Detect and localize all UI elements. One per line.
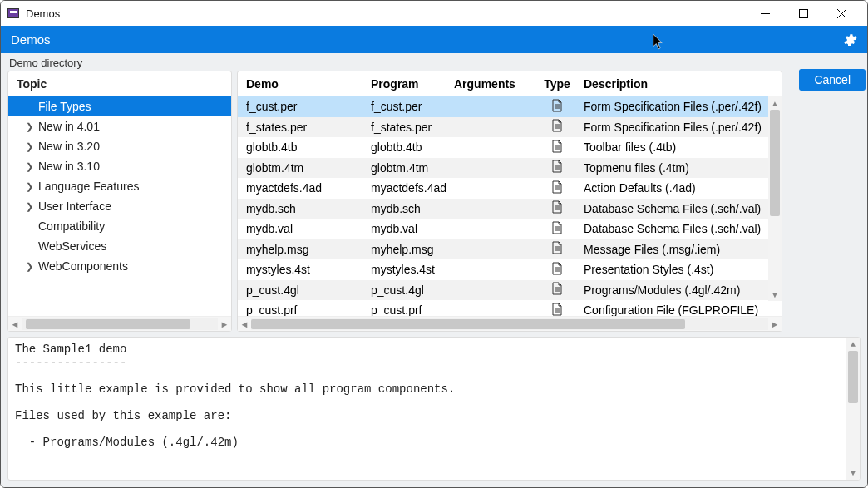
topic-item[interactable]: ❯WebServices: [8, 236, 231, 256]
topic-panel: Topic ❯File Types❯New in 4.01❯New in 3.2…: [7, 71, 232, 332]
document-icon: [551, 160, 563, 173]
cell-demo: f_states.per: [243, 121, 367, 134]
chevron-right-icon: ❯: [23, 261, 35, 272]
cell-program: mystyles.4st: [367, 263, 451, 276]
document-icon: [551, 99, 563, 112]
topic-item[interactable]: ❯WebComponents: [8, 256, 231, 276]
scroll-up-icon[interactable]: ▲: [768, 96, 782, 110]
document-icon: [551, 140, 563, 153]
cell-type: [534, 303, 580, 316]
topic-item-label: File Types: [38, 100, 91, 113]
topic-item[interactable]: ❯File Types: [8, 96, 231, 116]
table-hscrollbar[interactable]: ◄ ►: [238, 316, 782, 331]
cell-program: globtb.4tb: [367, 140, 451, 154]
maximize-button[interactable]: [784, 1, 822, 26]
topic-item-label: Compatibility: [38, 219, 105, 233]
table-row[interactable]: mydb.schmydb.schDatabase Schema Files (.…: [238, 199, 782, 219]
chevron-right-icon: ❯: [23, 181, 35, 192]
cell-description: Programs/Modules (.4gl/.42m): [580, 283, 782, 297]
scroll-right-icon[interactable]: ►: [218, 319, 231, 329]
scroll-down-icon[interactable]: ▼: [768, 288, 782, 301]
document-icon: [551, 180, 563, 194]
cell-demo: mydb.sch: [243, 202, 367, 215]
table-row[interactable]: globtm.4tmglobtm.4tmTopmenu files (.4tm): [238, 158, 782, 179]
table-row[interactable]: mystyles.4stmystyles.4stPresentation Sty…: [238, 259, 782, 280]
cell-type: [534, 262, 580, 278]
description-textarea[interactable]: The Sample1 demo ---------------- This l…: [7, 337, 861, 481]
cell-description: Database Schema Files (.sch/.val): [580, 222, 782, 235]
table-row[interactable]: f_cust.perf_cust.perForm Specification F…: [238, 96, 782, 117]
app-header: Demos: [1, 26, 867, 53]
cell-description: Message Files (.msg/.iem): [580, 243, 782, 256]
topic-header: Topic: [8, 71, 231, 96]
topic-item[interactable]: ❯New in 3.10: [8, 156, 231, 176]
cell-description: Presentation Styles (.4st): [580, 263, 782, 276]
topic-item-label: New in 3.10: [38, 160, 100, 173]
table-body[interactable]: f_cust.perf_cust.perForm Specification F…: [238, 96, 782, 316]
document-icon: [551, 262, 563, 275]
th-program[interactable]: Program: [367, 77, 451, 91]
cell-demo: p_cust.4gl: [243, 283, 367, 297]
topic-hscroll-thumb[interactable]: [26, 319, 190, 329]
scroll-left-icon[interactable]: ◄: [8, 319, 22, 329]
cell-type: [534, 180, 580, 196]
cell-type: [534, 200, 580, 216]
table-row[interactable]: mydb.valmydb.valDatabase Schema Files (.…: [238, 219, 782, 239]
scroll-down-icon[interactable]: ▼: [846, 466, 860, 480]
cell-program: f_cust.per: [367, 100, 451, 113]
app-header-title: Demos: [11, 32, 51, 47]
cancel-button[interactable]: Cancel: [799, 69, 866, 91]
chevron-right-icon: ❯: [23, 141, 35, 152]
text-vscroll-thumb[interactable]: [848, 351, 858, 403]
text-vscrollbar[interactable]: ▲▼: [846, 338, 860, 480]
topic-item[interactable]: ❯Language Features: [8, 176, 231, 196]
chevron-right-icon: ❯: [23, 121, 35, 132]
scroll-up-icon[interactable]: ▲: [846, 338, 860, 351]
topic-item-label: New in 3.20: [38, 140, 100, 153]
table-row[interactable]: p_cust.4glp_cust.4glPrograms/Modules (.4…: [238, 280, 782, 301]
minimize-button[interactable]: [746, 1, 784, 26]
th-arguments[interactable]: Arguments: [451, 77, 534, 91]
topic-item-label: WebComponents: [38, 259, 128, 273]
th-description[interactable]: Description: [580, 77, 782, 91]
cell-demo: p_cust.prf: [243, 303, 367, 316]
chevron-right-icon: ❯: [23, 161, 35, 172]
topic-hscrollbar[interactable]: ◄ ►: [8, 316, 231, 331]
table-row[interactable]: myactdefs.4admyactdefs.4adAction Default…: [238, 178, 782, 199]
topic-item[interactable]: ❯New in 3.20: [8, 136, 231, 156]
cell-type: [534, 119, 580, 135]
topic-tree[interactable]: ❯File Types❯New in 4.01❯New in 3.20❯New …: [8, 96, 231, 316]
cell-program: p_cust.prf: [367, 303, 451, 316]
table-hscroll-thumb[interactable]: [251, 319, 685, 329]
close-button[interactable]: [822, 1, 861, 26]
table-row[interactable]: globtb.4tbglobtb.4tbToolbar files (.4tb): [238, 137, 782, 158]
svg-rect-1: [799, 9, 807, 17]
chevron-right-icon: ❯: [23, 201, 35, 212]
cell-description: Toolbar files (.4tb): [580, 140, 782, 154]
th-demo[interactable]: Demo: [243, 77, 367, 91]
topic-item-label: Language Features: [38, 180, 139, 193]
scroll-right-icon[interactable]: ►: [768, 319, 782, 329]
cell-description: Action Defaults (.4ad): [580, 181, 782, 195]
cell-program: globtm.4tm: [367, 161, 451, 175]
table-row[interactable]: f_states.perf_states.perForm Specificati…: [238, 117, 782, 138]
document-icon: [551, 119, 563, 132]
table-row[interactable]: p_cust.prfp_cust.prfConfiguration File (…: [238, 300, 782, 316]
table-row[interactable]: myhelp.msgmyhelp.msgMessage Files (.msg/…: [238, 239, 782, 260]
cell-demo: globtb.4tb: [243, 140, 367, 154]
table-header-row: Demo Program Arguments Type Description: [238, 71, 782, 96]
cell-demo: mydb.val: [243, 222, 367, 235]
cell-description: Configuration File (FGLPROFILE): [580, 303, 782, 316]
cell-type: [534, 241, 580, 257]
gear-icon[interactable]: [842, 32, 857, 47]
th-type[interactable]: Type: [534, 77, 580, 91]
topic-item[interactable]: ❯New in 4.01: [8, 116, 231, 136]
topic-item[interactable]: ❯User Interface: [8, 196, 231, 216]
topic-item-label: User Interface: [38, 200, 111, 213]
table-vscroll-thumb[interactable]: [770, 110, 780, 216]
cell-type: [534, 282, 580, 298]
table-vscrollbar[interactable]: ▲ ▼: [768, 96, 782, 301]
window-title: Demos: [26, 7, 60, 20]
scroll-left-icon[interactable]: ◄: [238, 319, 251, 329]
topic-item[interactable]: ❯Compatibility: [8, 216, 231, 236]
